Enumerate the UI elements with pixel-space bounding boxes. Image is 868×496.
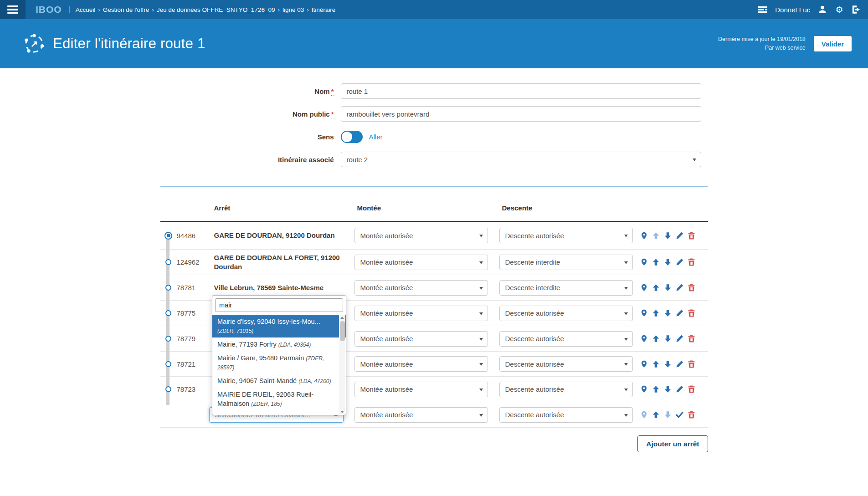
confirm-icon[interactable] [676,411,683,419]
delete-icon[interactable] [688,385,695,393]
breadcrumb-item[interactable]: ligne 03 [282,6,304,13]
autocomplete-result-item[interactable]: Mairie / Gare, 95480 Parmain (ZDER, 2859… [212,351,346,374]
edit-icon[interactable] [676,232,683,240]
edit-icon[interactable] [676,335,683,343]
montee-select[interactable]: Montée autorisée [354,382,488,397]
logout-icon[interactable] [852,5,861,14]
move-down-icon[interactable] [664,385,672,393]
move-up-icon[interactable] [652,385,660,393]
timeline-marker-selected-icon[interactable] [164,232,172,240]
move-up-icon[interactable] [652,360,660,368]
validate-button[interactable]: Valider [814,36,852,51]
montee-select[interactable]: Montée autorisée [354,280,488,296]
delete-icon[interactable] [688,335,695,343]
descente-select[interactable]: Descente autorisée [499,356,633,372]
scroll-down-arrow-icon[interactable] [339,409,345,414]
move-up-icon[interactable] [652,335,660,343]
edit-icon[interactable] [676,385,683,393]
montee-select[interactable]: Montée autorisée [354,356,488,372]
stop-search-input[interactable] [215,298,343,312]
stop-name: Ville Lebrun, 78569 Sainte-Mesme [209,283,348,292]
list-icon[interactable] [758,5,767,14]
timeline-marker-icon[interactable] [165,310,171,316]
edit-icon[interactable] [676,360,683,368]
descente-select[interactable]: Descente autorisée [499,331,633,347]
sens-label: Sens [160,133,341,141]
map-pin-icon[interactable] [640,411,648,419]
chevron-down-icon [624,414,628,417]
nom-input[interactable] [341,83,701,99]
autocomplete-result-item[interactable]: MAIRIE DE RUEIL, 92063 Rueil-Malmaison (… [212,388,346,410]
stop-name: GARE DE DOURDAN, 91200 Dourdan [209,231,348,240]
delete-icon[interactable] [688,284,695,291]
autocomplete-result-item[interactable]: Mairie d'Issy, 92040 Issy-les-Mou... (ZD… [212,315,346,337]
move-down-icon[interactable] [664,232,672,240]
montee-select[interactable]: Montée autorisée [354,306,488,321]
move-down-icon[interactable] [664,360,672,368]
descente-select[interactable]: Descente autorisée [499,228,633,243]
delete-icon[interactable] [688,258,695,266]
scroll-up-arrow-icon[interactable] [339,315,345,320]
edit-icon[interactable] [676,258,683,266]
map-pin-icon[interactable] [640,335,648,343]
montee-select[interactable]: Montée autorisée [354,331,488,347]
edit-icon[interactable] [676,309,683,317]
move-down-icon[interactable] [664,335,672,343]
breadcrumb-item[interactable]: Gestion de l'offre [103,6,149,13]
descente-select[interactable]: Descente interdite [499,255,633,270]
add-stop-button[interactable]: Ajouter un arrêt [637,435,708,452]
move-up-icon[interactable] [652,258,660,266]
map-pin-icon[interactable] [640,309,648,317]
settings-gear-icon[interactable]: ⚙ [835,5,844,14]
stop-id: 94486 [177,232,209,240]
move-down-icon[interactable] [664,411,672,419]
app-logo[interactable]: IBOO [36,4,62,15]
breadcrumb-separator: › [277,6,280,13]
delete-icon[interactable] [688,309,695,317]
user-icon[interactable] [818,5,827,14]
montee-select[interactable]: Montée autorisée [354,255,488,270]
autocomplete-result-item[interactable]: Mairie, 77193 Forfry (LDA, 49354) [212,337,346,351]
breadcrumb-item[interactable]: Itinéraire [312,6,336,13]
move-down-icon[interactable] [664,309,672,317]
timeline-marker-icon[interactable] [165,336,171,342]
delete-icon[interactable] [688,411,695,419]
move-down-icon[interactable] [664,258,672,266]
map-pin-icon[interactable] [640,258,648,266]
stop-id: 78775 [177,309,209,317]
map-pin-icon[interactable] [640,360,648,368]
move-down-icon[interactable] [664,284,672,291]
montee-select[interactable]: Montée autorisée [354,228,488,243]
descente-select[interactable]: Descente autorisée [499,306,633,321]
move-up-icon[interactable] [652,284,660,291]
descente-select[interactable]: Descente autorisée [499,407,633,423]
chevron-down-icon [479,287,483,290]
move-up-icon[interactable] [652,232,660,240]
timeline-marker-icon[interactable] [165,361,171,367]
move-up-icon[interactable] [652,309,660,317]
breadcrumb-item[interactable]: Jeu de données OFFRE_SNTYO_1726_09 [157,6,275,13]
descente-select[interactable]: Descente interdite [499,280,633,296]
itineraire-associe-select[interactable]: route 2 [341,152,701,167]
scrollbar[interactable] [339,315,345,414]
sens-toggle[interactable] [341,131,363,143]
montee-select[interactable]: Montée autorisée [354,407,488,423]
hamburger-menu-icon[interactable] [0,0,26,19]
map-pin-icon[interactable] [640,284,648,291]
breadcrumb-item[interactable]: Accueil [76,6,96,13]
edit-icon[interactable] [676,284,683,291]
scrollbar-thumb[interactable] [340,321,345,341]
map-pin-icon[interactable] [640,232,648,240]
nom-public-input[interactable] [341,106,701,122]
table-header-row: Arrêt Montée Descente [160,187,708,222]
page-title: Editer l'itinéraire route 1 [53,36,205,52]
timeline-marker-icon[interactable] [165,285,171,291]
descente-select[interactable]: Descente autorisée [499,382,633,397]
delete-icon[interactable] [688,360,695,368]
move-up-icon[interactable] [652,411,660,419]
timeline-marker-icon[interactable] [165,386,171,392]
timeline-marker-icon[interactable] [165,259,171,265]
map-pin-icon[interactable] [640,385,648,393]
autocomplete-result-item[interactable]: Mairie, 94067 Saint-Mandé (LDA, 47200) [212,374,346,388]
delete-icon[interactable] [688,232,695,240]
